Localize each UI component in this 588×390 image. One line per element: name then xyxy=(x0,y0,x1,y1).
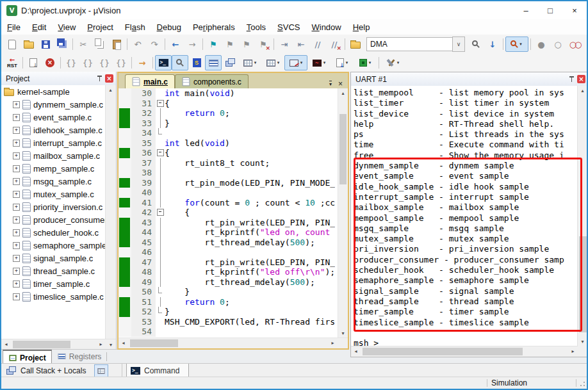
incremental-find-button[interactable]: ↓ xyxy=(484,37,501,52)
tree-item[interactable]: scheduler_hook.c xyxy=(1,226,106,239)
configure-flash-tools-button[interactable] xyxy=(347,37,364,52)
menu-project[interactable]: Project xyxy=(81,20,118,34)
stop-debug-button[interactable] xyxy=(42,55,58,70)
tab-project[interactable]: Project xyxy=(3,350,52,364)
call-stack-window-button[interactable] xyxy=(222,55,238,70)
project-close-icon[interactable]: × xyxy=(105,74,113,83)
expand-icon[interactable] xyxy=(13,293,20,300)
expand-icon[interactable] xyxy=(13,268,20,275)
memory-grid-button[interactable] xyxy=(94,364,108,377)
tab-main-c[interactable]: main.c xyxy=(125,74,175,88)
scroll-up-icon[interactable]: ▴ xyxy=(106,85,115,95)
project-vscrollbar[interactable]: ▴ xyxy=(105,85,116,339)
close-button[interactable]: × xyxy=(562,1,587,19)
close-editor-icon[interactable]: × xyxy=(338,79,343,88)
menu-file[interactable]: File xyxy=(1,20,26,34)
menu-flash[interactable]: Flash xyxy=(119,20,151,34)
open-file-button[interactable] xyxy=(20,37,37,52)
menu-svcs[interactable]: SVCS xyxy=(272,20,306,34)
target-select-dropdown[interactable]: ∨ xyxy=(452,37,465,52)
menu-view[interactable]: View xyxy=(52,20,81,34)
navigate-forward-button[interactable]: → xyxy=(184,37,200,52)
expand-icon[interactable] xyxy=(13,165,20,172)
tree-item[interactable]: dynmem_sample.c xyxy=(1,98,106,111)
system-viewer-button[interactable]: ▾ xyxy=(354,55,377,70)
tree-item[interactable]: mailbox_sample.c xyxy=(1,149,106,162)
scroll-down-icon[interactable]: ▾ xyxy=(106,339,116,350)
memory-window-button[interactable]: ▾ xyxy=(261,55,284,70)
command-window-button[interactable]: >_ xyxy=(155,55,172,70)
expand-icon[interactable] xyxy=(13,242,20,249)
scroll-up-icon[interactable]: ▴ xyxy=(578,86,587,95)
debug-settings-button[interactable]: ▾ xyxy=(381,55,404,70)
expand-icon[interactable] xyxy=(13,127,20,134)
indent-button[interactable]: ⇥ xyxy=(276,37,293,52)
analysis-windows-button[interactable]: ~▾ xyxy=(307,55,331,70)
tree-item[interactable]: thread_sample.c xyxy=(1,264,106,277)
tab-components-c[interactable]: components.c xyxy=(175,74,249,88)
tree-item[interactable]: timer_sample.c xyxy=(1,277,106,290)
tree-item[interactable]: memp_sample.c xyxy=(1,162,106,175)
expand-icon[interactable] xyxy=(13,191,20,198)
tree-item[interactable]: event_sample.c xyxy=(1,111,106,124)
show-next-statement-button[interactable] xyxy=(25,55,42,70)
tree-item[interactable]: interrupt_sample.c xyxy=(1,136,106,149)
copy-button[interactable] xyxy=(92,37,108,52)
vscroll-thumb[interactable] xyxy=(579,236,587,332)
hscroll-thumb[interactable] xyxy=(130,339,178,347)
bookmark-toggle-button[interactable]: ⚑ xyxy=(205,37,222,52)
expand-icon[interactable] xyxy=(13,152,20,159)
uart-close-icon[interactable]: × xyxy=(577,75,585,83)
expand-icon[interactable] xyxy=(13,178,20,185)
menu-edit[interactable]: Edit xyxy=(26,20,52,34)
trace-windows-button[interactable]: ▾ xyxy=(331,55,354,70)
editor-vscrollbar[interactable]: ▴ ▾ xyxy=(338,88,348,338)
scroll-right-icon[interactable]: ▸ xyxy=(96,339,106,349)
bookmark-prev-button[interactable]: ⚑ xyxy=(222,37,238,52)
project-hscrollbar[interactable]: ◂ ▸ xyxy=(1,339,106,350)
menu-peripherals[interactable]: Peripherals xyxy=(187,20,241,34)
cut-button[interactable]: ✂ xyxy=(75,37,92,52)
redo-button[interactable]: ↷ xyxy=(146,37,163,52)
tree-item[interactable]: mutex_sample.c xyxy=(1,188,106,200)
expand-icon[interactable] xyxy=(13,229,20,236)
symbol-window-button[interactable]: S xyxy=(188,55,205,70)
expand-icon[interactable] xyxy=(13,280,20,288)
registers-window-button[interactable] xyxy=(205,55,222,70)
tree-item[interactable]: msgq_sample.c xyxy=(1,175,106,188)
fold-box-icon[interactable] xyxy=(157,209,164,216)
find-dropdown-button[interactable]: ▾ xyxy=(505,37,528,52)
expand-icon[interactable] xyxy=(13,140,20,147)
scroll-down-icon[interactable]: ▾ xyxy=(338,329,348,338)
run-button[interactable]: → xyxy=(134,55,151,70)
uart-vscrollbar[interactable]: ▴ ▾ xyxy=(577,86,588,346)
reset-cpu-button[interactable]: ←RST xyxy=(4,55,20,70)
target-select[interactable]: DMA xyxy=(366,37,452,51)
tab-command[interactable]: >_ Command xyxy=(126,364,189,378)
window-menu-icon[interactable]: ▾ xyxy=(329,81,332,87)
step-into-button[interactable]: {} xyxy=(63,55,79,70)
expand-icon[interactable] xyxy=(13,101,20,108)
scroll-down-icon[interactable]: ▾ xyxy=(578,337,587,346)
editor-hscrollbar[interactable]: ◂ ▸ xyxy=(118,337,348,348)
tree-item[interactable]: idlehook_sample.c xyxy=(1,124,106,136)
tab-registers[interactable]: Registers xyxy=(52,350,107,363)
call-stack-bar[interactable]: Call Stack + Locals xyxy=(1,364,122,378)
scroll-left-icon[interactable]: ◂ xyxy=(351,346,361,356)
navigate-back-button[interactable]: ← xyxy=(167,37,184,52)
tree-item[interactable]: producer_consumer xyxy=(1,213,106,226)
comment-selection-button[interactable]: // xyxy=(309,37,326,52)
step-out-button[interactable]: {} xyxy=(96,55,113,70)
expand-icon[interactable] xyxy=(13,255,20,262)
uncomment-selection-button[interactable]: // xyxy=(326,37,343,52)
save-all-button[interactable] xyxy=(54,37,70,52)
scroll-left-icon[interactable]: ◂ xyxy=(1,339,11,349)
tree-item[interactable]: signal_sample.c xyxy=(1,252,106,264)
menu-tools[interactable]: Tools xyxy=(241,20,272,34)
bookmark-next-button[interactable]: ⚑ xyxy=(238,37,255,52)
tree-root[interactable]: kernel-sample xyxy=(1,85,106,98)
scroll-right-icon[interactable]: ▸ xyxy=(568,346,578,356)
bookmark-clear-all-button[interactable]: ⚑ xyxy=(255,37,272,52)
tree-item[interactable]: semaphore_sample. xyxy=(1,239,106,252)
uart-terminal[interactable]: list_mempool - list memory pool in sysli… xyxy=(351,86,578,346)
